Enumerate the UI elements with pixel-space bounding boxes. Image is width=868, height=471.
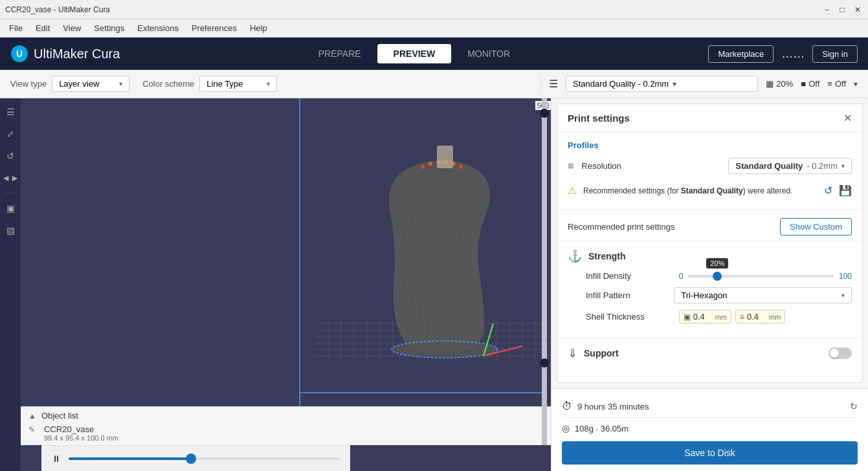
profiles-section: Profiles ≡ Resolution Standard Quality -… — [557, 133, 862, 210]
color-scheme-chevron-icon: ▾ — [267, 80, 270, 87]
print-settings-panel: Print settings ✕ Profiles ≡ Resolution S… — [557, 104, 863, 383]
shell-unit-1: mm — [715, 313, 727, 321]
resolution-label: Resolution — [581, 161, 720, 171]
logo-text: UltiMaker Cura — [34, 47, 120, 61]
minimize-button[interactable]: − — [821, 5, 832, 15]
shell-unit-2: mm — [769, 313, 781, 321]
object-list-label: Object list — [41, 411, 78, 421]
support-toggle-thumb — [830, 349, 839, 358]
adhesion-icon: ≡ — [827, 79, 832, 89]
combined-bar: View type Layer view ▾ Color scheme Line… — [0, 70, 868, 98]
quality-value: Standard Quality - 0.2mm — [573, 79, 669, 89]
apps-grid-icon[interactable]: …… — [781, 47, 805, 61]
menu-file[interactable]: File — [3, 21, 29, 36]
profile-select-dropdown[interactable]: Standard Quality - 0.2mm ▾ — [728, 158, 852, 174]
strength-title: Strength — [588, 251, 626, 261]
adhesion-value: Off — [835, 79, 846, 89]
logo: U UltiMaker Cura — [10, 45, 120, 63]
print-time-value: 9 hours 35 minutes — [577, 402, 845, 411]
resolution-row: ≡ Resolution Standard Quality - 0.2mm ▾ — [568, 158, 852, 174]
svg-point-33 — [421, 165, 425, 169]
resolution-icon: ≡ — [568, 160, 573, 172]
profile-chevron-icon: ▾ — [841, 162, 845, 170]
save-to-disk-button[interactable]: Save to Disk — [562, 441, 858, 465]
infill-pattern-select[interactable]: Tri-Hexagon ▾ — [674, 287, 852, 303]
tool-support[interactable]: ▣ — [2, 200, 19, 217]
tool-mirror[interactable]: ◄► — [2, 170, 19, 186]
window-controls: − □ ✕ — [821, 5, 863, 15]
quality-expand-icon[interactable]: ▾ — [854, 80, 858, 89]
menu-help[interactable]: Help — [243, 21, 274, 36]
layer-thumb-top[interactable] — [540, 109, 549, 118]
infill-percent-icon: ▦ — [766, 79, 773, 89]
tool-move[interactable]: ☰ — [2, 104, 19, 120]
marketplace-button[interactable]: Marketplace — [708, 45, 773, 63]
right-panel: Print settings ✕ Profiles ≡ Resolution S… — [551, 98, 868, 471]
shell-input-1: ▣ 0.4 mm — [679, 310, 731, 323]
bottom-info-panel: ⏱ 9 hours 35 minutes ↻ ◎ 108g · 36.05m S… — [551, 388, 868, 471]
left-toolbar: ☰ ⤢ ↺ ◄► ▣ ▧ — [0, 98, 21, 471]
view-type-chevron-icon: ▾ — [119, 80, 122, 87]
tool-scale[interactable]: ⤢ — [2, 126, 19, 142]
infill-density-label: Infill Density — [586, 271, 673, 281]
topnav-right: Marketplace …… Sign in — [708, 45, 858, 63]
timeline-fill — [69, 457, 191, 460]
color-scheme-value: Line Type — [206, 79, 263, 89]
support-icon: ⇓ — [568, 346, 577, 360]
infill-percent-value: 20% — [776, 79, 793, 89]
infill-pattern-value: Tri-Hexagon — [681, 290, 838, 300]
color-scheme-select[interactable]: Line Type ▾ — [199, 76, 277, 92]
adhesion-section: ☰ Adhesion — [557, 377, 862, 383]
timeline: ⏸ — [41, 445, 350, 471]
tab-monitor[interactable]: MONITOR — [451, 44, 526, 63]
support-group: ■ Off — [801, 79, 819, 89]
infill-thumb[interactable] — [713, 272, 722, 281]
menu-preferences[interactable]: Preferences — [185, 21, 243, 36]
infill-slider-track[interactable]: 20% — [688, 275, 834, 278]
show-custom-button[interactable]: Show Custom — [780, 218, 852, 236]
menu-extensions[interactable]: Extensions — [131, 21, 185, 36]
shell-value-2[interactable]: 0.4 — [747, 312, 766, 322]
support-value: Off — [808, 79, 819, 89]
menu-settings[interactable]: Settings — [87, 21, 131, 36]
object-name: CCR20_vase — [44, 424, 94, 434]
close-panel-button[interactable]: ✕ — [843, 112, 852, 124]
tool-custom[interactable]: ▧ — [2, 222, 19, 239]
panel-title: Print settings — [568, 113, 630, 124]
refresh-time-icon[interactable]: ↻ — [850, 401, 858, 411]
view-type-select[interactable]: Layer view ▾ — [52, 76, 129, 92]
tab-preview[interactable]: PREVIEW — [377, 44, 452, 63]
print-time-row: ⏱ 9 hours 35 minutes ↻ — [562, 395, 858, 418]
infill-density-row: Infill Density 0 20% 100 — [568, 271, 852, 281]
signin-button[interactable]: Sign in — [812, 45, 858, 63]
filament-value: 108g · 36.05m — [575, 424, 629, 433]
support-title: Support — [584, 348, 822, 358]
tool-rotate[interactable]: ↺ — [2, 148, 19, 164]
view-type-value: Layer view — [59, 79, 115, 89]
play-button[interactable]: ⏸ — [52, 454, 61, 464]
main-layout: ☰ ⤢ ↺ ◄► ▣ ▧ — [0, 98, 868, 471]
timeline-thumb[interactable] — [186, 454, 196, 464]
save-profile-button[interactable]: 💾 — [839, 184, 852, 197]
close-button[interactable]: ✕ — [852, 5, 863, 15]
menu-edit[interactable]: Edit — [29, 21, 56, 36]
quality-section: ☰ Standard Quality - 0.2mm ▾ ▦ 20% ■ Off… — [540, 76, 858, 92]
shell-thickness-row: Shell Thickness ▣ 0.4 mm ≡ 0.4 mm — [568, 310, 852, 323]
support-toggle[interactable] — [829, 347, 852, 359]
support-section: ⇓ Support — [557, 338, 862, 377]
layer-thumb-bottom[interactable] — [540, 358, 549, 367]
profile-suffix: - 0.2mm — [807, 161, 838, 171]
quality-settings-icon[interactable]: ☰ — [549, 78, 558, 90]
panel-header: Print settings ✕ — [557, 104, 862, 133]
maximize-button[interactable]: □ — [837, 5, 847, 15]
reset-button[interactable]: ↺ — [824, 184, 832, 197]
tab-prepare[interactable]: PREPARE — [302, 44, 377, 63]
warning-row: ⚠ Recommended settings (for Standard Qua… — [568, 179, 852, 202]
infill-pattern-label: Infill Pattern — [586, 290, 667, 300]
layer-scrollbar-track — [542, 98, 547, 445]
infill-pattern-row: Infill Pattern Tri-Hexagon ▾ — [568, 287, 852, 303]
menu-view[interactable]: View — [56, 21, 87, 36]
timeline-track[interactable] — [69, 457, 340, 460]
shell-value-1[interactable]: 0.4 — [693, 312, 713, 322]
quality-dropdown[interactable]: Standard Quality - 0.2mm ▾ — [566, 76, 758, 92]
